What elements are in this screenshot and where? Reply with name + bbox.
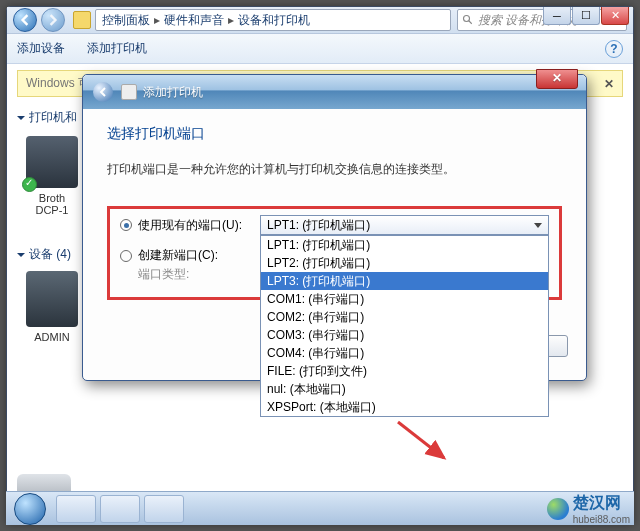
port-option[interactable]: LPT2: (打印机端口): [261, 254, 548, 272]
port-option[interactable]: LPT3: (打印机端口): [261, 272, 548, 290]
close-button[interactable]: ✕: [601, 7, 629, 25]
breadcrumb-item[interactable]: 控制面板: [102, 12, 150, 29]
port-option[interactable]: FILE: (打印到文件): [261, 362, 548, 380]
port-option[interactable]: COM4: (串行端口): [261, 344, 548, 362]
printer-item[interactable]: Broth DCP-1: [17, 136, 87, 216]
dialog-heading: 选择打印机端口: [107, 125, 562, 143]
breadcrumb-item[interactable]: 设备和打印机: [238, 12, 310, 29]
pc-icon: [26, 271, 78, 327]
port-selection-area: 使用现有的端口(U): LPT1: (打印机端口) LPT1: (打印机端口)L…: [107, 206, 562, 300]
dialog-title: 添加打印机: [143, 84, 203, 101]
dialog-close-button[interactable]: ✕: [536, 69, 578, 89]
explorer-titlebar: 控制面板▸ 硬件和声音▸ 设备和打印机 搜索 设备和打印机 ─ ☐ ✕: [7, 7, 633, 34]
dialog-back-button[interactable]: [93, 82, 113, 102]
forward-button[interactable]: [41, 8, 65, 32]
default-check-icon: [22, 177, 37, 192]
breadcrumb-item[interactable]: 硬件和声音: [164, 12, 224, 29]
device-label: ADMIN: [17, 331, 87, 343]
radio-icon: [120, 250, 132, 262]
section-label: 打印机和: [29, 109, 77, 126]
command-bar: 添加设备 添加打印机 ?: [7, 34, 633, 64]
chevron-down-icon: [17, 116, 25, 120]
taskbar[interactable]: [6, 491, 634, 525]
breadcrumb[interactable]: 控制面板▸ 硬件和声音▸ 设备和打印机: [95, 9, 451, 31]
help-button[interactable]: ?: [605, 40, 623, 58]
watermark: 楚汉网 hubei88.com: [547, 493, 630, 525]
minimize-button[interactable]: ─: [543, 7, 571, 25]
toolbar-add-printer[interactable]: 添加打印机: [87, 40, 147, 57]
svg-point-0: [464, 16, 470, 22]
device-label: Broth: [17, 192, 87, 204]
start-button[interactable]: [14, 493, 46, 525]
window-controls: ─ ☐ ✕: [542, 7, 629, 25]
radio-use-existing[interactable]: 使用现有的端口(U): LPT1: (打印机端口) LPT1: (打印机端口)L…: [120, 215, 549, 235]
maximize-button[interactable]: ☐: [572, 7, 600, 25]
port-dropdown[interactable]: LPT1: (打印机端口)LPT2: (打印机端口)LPT3: (打印机端口)C…: [260, 235, 549, 417]
port-option[interactable]: nul: (本地端口): [261, 380, 548, 398]
port-option[interactable]: XPSPort: (本地端口): [261, 398, 548, 416]
taskbar-pin[interactable]: [144, 495, 184, 523]
printer-icon: [26, 136, 78, 188]
toolbar-add-device[interactable]: 添加设备: [17, 40, 65, 57]
add-printer-dialog: 添加打印机 ✕ 选择打印机端口 打印机端口是一种允许您的计算机与打印机交换信息的…: [82, 74, 587, 381]
port-option[interactable]: LPT1: (打印机端口): [261, 236, 548, 254]
dialog-body: 选择打印机端口 打印机端口是一种允许您的计算机与打印机交换信息的连接类型。 使用…: [83, 109, 586, 318]
watermark-logo-icon: [547, 498, 569, 520]
chevron-down-icon: [534, 223, 542, 228]
svg-line-1: [469, 21, 472, 24]
radio-label: 使用现有的端口(U):: [138, 217, 260, 234]
port-type-label: 端口类型:: [138, 267, 189, 281]
port-option[interactable]: COM2: (串行端口): [261, 308, 548, 326]
taskbar-pin[interactable]: [100, 495, 140, 523]
device-item[interactable]: ADMIN: [17, 271, 87, 343]
info-bar-text: Windows 可: [26, 75, 90, 92]
radio-icon: [120, 219, 132, 231]
dialog-titlebar: 添加打印机 ✕: [83, 75, 586, 109]
watermark-url: hubei88.com: [573, 514, 630, 525]
chevron-down-icon: [17, 253, 25, 257]
search-icon: [462, 14, 474, 26]
taskbar-pin[interactable]: [56, 495, 96, 523]
section-label: 设备 (4): [29, 246, 71, 263]
watermark-brand: 楚汉网: [573, 494, 621, 511]
port-combobox[interactable]: LPT1: (打印机端口) LPT1: (打印机端口)LPT2: (打印机端口)…: [260, 215, 549, 235]
printer-icon: [121, 84, 137, 100]
info-bar-close-icon[interactable]: ✕: [604, 77, 614, 91]
back-button[interactable]: [13, 8, 37, 32]
port-option[interactable]: COM3: (串行端口): [261, 326, 548, 344]
combo-selected-value: LPT1: (打印机端口): [267, 217, 370, 234]
folder-icon: [73, 11, 91, 29]
radio-label: 创建新端口(C):: [138, 247, 260, 264]
port-option[interactable]: COM1: (串行端口): [261, 290, 548, 308]
dialog-description: 打印机端口是一种允许您的计算机与打印机交换信息的连接类型。: [107, 161, 562, 178]
device-label: DCP-1: [17, 204, 87, 216]
